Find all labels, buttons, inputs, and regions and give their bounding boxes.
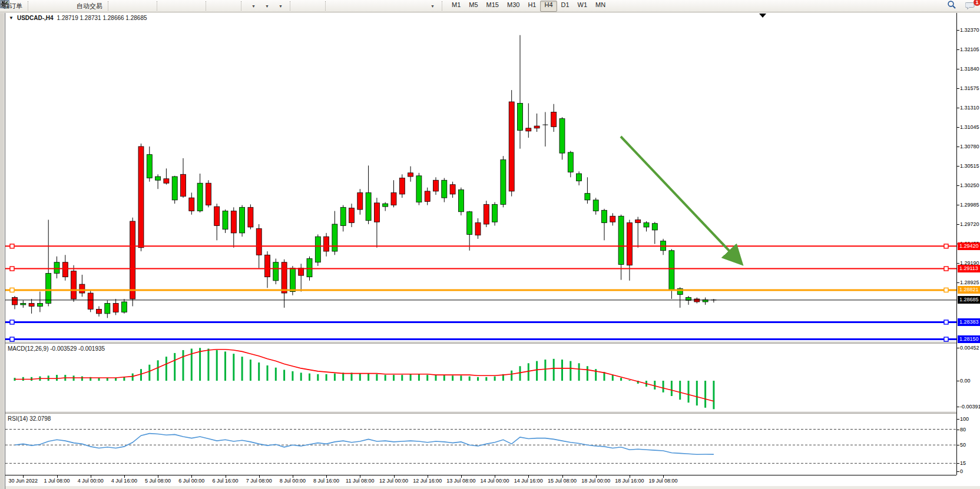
line-anchor[interactable] (944, 267, 948, 271)
candle-body (644, 222, 649, 227)
candle-body (442, 180, 447, 198)
candle-body (29, 303, 34, 306)
price-tick-label: 1.31575 (960, 85, 979, 91)
time-axis[interactable]: 30 Jun 20221 Jul 08:004 Jul 00:004 Jul 1… (5, 475, 956, 486)
candle-body (273, 262, 279, 281)
price-tick-label: 1.30250 (960, 182, 979, 188)
tile-windows-button[interactable] (190, 1, 203, 12)
candle-body (610, 216, 615, 222)
notifications-button[interactable]: 1 (965, 1, 978, 12)
price-tick-label: 1.29720 (960, 221, 979, 227)
crosshair-button[interactable] (309, 1, 322, 12)
line-anchor[interactable] (944, 288, 948, 292)
cursor-button[interactable] (296, 1, 309, 12)
macd-panel[interactable]: MACD(12,26,9) -0.003529 -0.001935 (5, 344, 956, 412)
macd-tick-label: 0.00452 (960, 345, 979, 351)
auto-trading-button[interactable]: 自动交易 (74, 1, 105, 12)
line-anchor[interactable] (944, 320, 948, 324)
candle-body (113, 303, 118, 312)
candle-body (88, 293, 93, 309)
price-line-label-1.28685: 1.28685 (958, 296, 980, 304)
timeframe-button-h1[interactable]: H1 (524, 1, 540, 12)
line-anchor[interactable] (10, 288, 14, 292)
candle-body (408, 173, 413, 177)
candle-body (694, 299, 700, 302)
timeframe-button-m30[interactable]: M30 (503, 1, 524, 12)
periods-button[interactable]: ▼ (260, 1, 273, 12)
mt4-application: 新订单 自动交易 (0, 0, 980, 489)
timeframe-button-mn[interactable]: MN (591, 1, 610, 12)
arrows-button[interactable]: ▼ (426, 1, 439, 12)
line-anchor[interactable] (10, 320, 14, 324)
chart-shift-button[interactable] (225, 1, 238, 12)
price-axis[interactable]: 1.323701.321051.318401.315751.313101.310… (956, 13, 980, 475)
candle-body (542, 125, 548, 125)
candlestick-button[interactable] (127, 1, 140, 12)
templates-button[interactable]: ▼ (274, 1, 287, 12)
macd-canvas[interactable] (5, 344, 956, 412)
fibonacci-button[interactable]: F (385, 1, 398, 12)
line-anchor[interactable] (10, 267, 14, 271)
candle-body (21, 303, 26, 304)
price-tick-label: 1.30780 (960, 144, 979, 149)
price-tick-mark (957, 205, 959, 205)
channel-button[interactable]: E (372, 1, 385, 12)
profile-button[interactable] (47, 1, 60, 12)
candle-body (130, 221, 135, 299)
search-button[interactable] (947, 1, 960, 12)
price-tick-mark (957, 30, 959, 31)
chart-window: ▼ USDCAD-,H4 1.28719 1.28731 1.28666 1.2… (0, 13, 980, 489)
vertical-line-button[interactable] (331, 1, 344, 12)
main-price-panel[interactable] (5, 22, 956, 342)
line-anchor[interactable] (944, 337, 948, 341)
timeframe-button-w1[interactable]: W1 (574, 1, 592, 12)
indicators-button[interactable]: ▼ (247, 1, 260, 12)
candle-body (189, 198, 194, 211)
timeframe-button-d1[interactable]: D1 (557, 1, 574, 12)
candle-body (332, 224, 337, 251)
rsi-canvas[interactable] (5, 414, 956, 475)
label-button[interactable]: T (412, 1, 425, 12)
signal-button[interactable] (61, 1, 74, 12)
auto-scroll-button[interactable] (211, 1, 224, 12)
rsi-panel[interactable]: RSI(14) 32.0798 (5, 414, 956, 475)
timeframe-button-m5[interactable]: M5 (465, 1, 482, 12)
candle-body (593, 200, 598, 211)
rsi-tick-mark (957, 430, 959, 430)
timeframe-button-m15[interactable]: M15 (482, 1, 503, 12)
main-plot-canvas[interactable] (5, 22, 956, 342)
bar-chart-button[interactable] (114, 1, 127, 12)
chevron-down-icon[interactable]: ▼ (9, 15, 14, 21)
candle-body (652, 224, 657, 230)
text-button[interactable]: A (399, 1, 412, 12)
candle-body (492, 204, 498, 222)
zoom-in-button[interactable] (163, 1, 176, 12)
chart-shift-marker[interactable] (759, 14, 766, 18)
timeframe-button-h4[interactable]: H4 (540, 1, 557, 12)
candle-body (484, 204, 489, 224)
line-anchor[interactable] (944, 244, 948, 248)
rsi-tick-mark (957, 445, 959, 445)
timeframe-group: M1M5M15M30H1H4D1W1MN (448, 1, 610, 12)
rsi-line (15, 434, 714, 455)
candle-body (399, 178, 405, 194)
trend-arrow[interactable] (621, 137, 740, 262)
chart-symbol-period: USDCAD-,H4 (17, 15, 54, 21)
candle-body (307, 258, 312, 277)
candle-body (197, 183, 203, 211)
charts-button[interactable] (34, 1, 47, 12)
horizontal-line-button[interactable] (345, 1, 357, 12)
candle-body (467, 212, 472, 235)
line-chart-button[interactable] (141, 1, 154, 12)
rsi-tick-label: 80 (960, 427, 966, 433)
timeframe-button-m1[interactable]: M1 (448, 1, 465, 12)
line-anchor[interactable] (10, 244, 14, 248)
candle-body (214, 207, 220, 225)
trendline-button[interactable] (358, 1, 371, 12)
toolbar-separator (28, 1, 31, 11)
zoom-out-button[interactable] (176, 1, 189, 12)
price-line-label-1.29113: 1.29113 (958, 265, 980, 272)
price-line-label-1.29420: 1.29420 (958, 242, 980, 250)
line-anchor[interactable] (10, 337, 14, 341)
rsi-tick-mark (957, 463, 959, 464)
